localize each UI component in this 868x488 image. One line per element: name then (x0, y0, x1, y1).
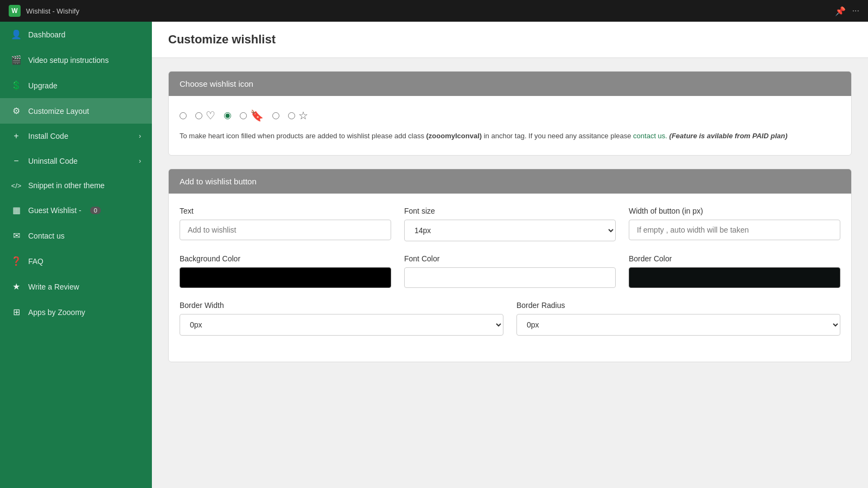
radio-filled[interactable] (224, 112, 231, 119)
radio-bookmark[interactable]: 🔖 (240, 109, 264, 122)
text-input[interactable] (180, 220, 391, 240)
sidebar-item-label: Apps by Zooomy (28, 308, 85, 317)
sidebar-item-dashboard[interactable]: 👤 Dashboard (0, 22, 152, 47)
star-icon: ★ (11, 281, 22, 292)
heart-icon: ♡ (206, 109, 215, 122)
sidebar-item-customize-layout[interactable]: ⚙ Customize Layout (0, 98, 152, 124)
sidebar-item-guest-wishlist[interactable]: ▦ Guest Wishlist - 0 (0, 197, 152, 223)
sidebar-item-label: Snippet in other theme (28, 181, 105, 190)
top-bar-actions: 📌 ··· (835, 6, 859, 16)
sidebar-item-label: Write a Review (28, 282, 79, 291)
sidebar-item-uninstall-code[interactable]: − Uninstall Code › (0, 149, 152, 174)
radio-heart-input[interactable] (195, 112, 202, 119)
top-bar: W Wishlist - Wishify 📌 ··· (0, 0, 868, 22)
radio-heart[interactable]: ♡ (195, 109, 215, 122)
apps-icon: ⊞ (11, 307, 22, 317)
paid-plan-text: (Feature is avilable from PAID plan) (669, 132, 788, 140)
sidebar-item-label: Install Code (28, 132, 68, 140)
radio-bookmark-input[interactable] (240, 112, 247, 119)
form-row-3: Border Width 0px1px2px3px4px Border Radi… (180, 301, 840, 336)
section-button-body: Text Font size 10px11px12px13px 14px15px… (169, 194, 851, 362)
form-group-fontcolor: Font Color FFFFFF (404, 254, 616, 288)
snippet-icon: </> (11, 182, 22, 190)
main-content: Customize wishlist Choose wishlist icon (152, 22, 868, 488)
sidebar-item-label: Customize Layout (28, 107, 89, 115)
radio-empty-circle-input[interactable] (272, 112, 279, 119)
info-code: (zooomyIconval) (426, 132, 482, 140)
bordercolor-label: Border Color (629, 254, 840, 263)
sidebar-item-label: FAQ (28, 257, 43, 266)
text-label: Text (180, 207, 391, 215)
radio-circle[interactable] (180, 112, 187, 119)
borderwidth-select[interactable]: 0px1px2px3px4px (180, 314, 503, 336)
bookmark-icon: 🔖 (250, 109, 264, 122)
install-icon: + (11, 131, 22, 141)
sidebar-item-snippet[interactable]: </> Snippet in other theme (0, 174, 152, 197)
fontsize-label: Font size (404, 207, 616, 215)
sidebar-item-write-review[interactable]: ★ Write a Review (0, 274, 152, 299)
more-icon[interactable]: ··· (852, 6, 859, 16)
sidebar-item-label: Uninstall Code (28, 157, 78, 165)
sidebar-item-video-setup[interactable]: 🎬 Video setup instructions (0, 47, 152, 73)
icon-selector-row: ♡ 🔖 (180, 109, 840, 122)
star-outline-icon: ☆ (298, 109, 308, 122)
form-group-text: Text (180, 207, 391, 241)
sidebar: 👤 Dashboard 🎬 Video setup instructions 💲… (0, 22, 152, 488)
radio-filled-input[interactable] (224, 112, 231, 119)
top-bar-left: W Wishlist - Wishify (9, 5, 79, 17)
contact-link[interactable]: contact us. (633, 132, 667, 140)
width-label: Width of button (in px) (629, 207, 840, 215)
fontcolor-input[interactable]: FFFFFF (404, 267, 616, 288)
sidebar-item-faq[interactable]: ❓ FAQ (0, 248, 152, 274)
video-icon: 🎬 (11, 55, 22, 65)
section-icon-body: ♡ 🔖 (169, 96, 851, 155)
form-group-borderradius: Border Radius 0px2px4px6px8px10px (516, 301, 840, 336)
page-header: Customize wishlist (152, 22, 868, 58)
customize-icon: ⚙ (11, 106, 22, 116)
sidebar-item-label: Guest Wishlist - (28, 206, 81, 215)
bgcolor-input[interactable]: 000000 (180, 267, 391, 288)
uninstall-icon: − (11, 156, 22, 166)
form-row-1: Text Font size 10px11px12px13px 14px15px… (180, 207, 840, 241)
faq-icon: ❓ (11, 256, 22, 266)
section-icon-header: Choose wishlist icon (169, 72, 851, 96)
info-text-2: in anchor tag. If you need any assitance… (482, 132, 633, 140)
content-area: Choose wishlist icon ♡ (152, 58, 868, 388)
sidebar-item-label: Upgrade (28, 81, 58, 90)
borderwidth-label: Border Width (180, 301, 503, 310)
form-group-borderwidth: Border Width 0px1px2px3px4px (180, 301, 503, 336)
chevron-right-icon-2: › (139, 157, 141, 165)
form-group-fontsize: Font size 10px11px12px13px 14px15px16px1… (404, 207, 616, 241)
radio-star[interactable]: ☆ (288, 109, 308, 122)
pin-icon[interactable]: 📌 (835, 6, 846, 16)
fontsize-select[interactable]: 10px11px12px13px 14px15px16px18px20px (404, 220, 616, 241)
form-group-bordercolor: Border Color 0C1010 (629, 254, 840, 288)
app-icon: W (9, 5, 21, 17)
sidebar-item-upgrade[interactable]: 💲 Upgrade (0, 73, 152, 98)
bordercolor-input[interactable]: 0C1010 (629, 267, 840, 288)
sidebar-item-install-code[interactable]: + Install Code › (0, 124, 152, 149)
mail-icon: ✉ (11, 230, 22, 241)
borderradius-select[interactable]: 0px2px4px6px8px10px (516, 314, 840, 336)
guest-count-badge: 0 (90, 207, 101, 214)
sidebar-item-contact[interactable]: ✉ Contact us (0, 223, 152, 248)
width-input[interactable] (629, 220, 840, 240)
section-choose-icon: Choose wishlist icon ♡ (168, 71, 852, 156)
borderradius-label: Border Radius (516, 301, 840, 310)
radio-circle-input[interactable] (180, 112, 187, 119)
dashboard-icon: 👤 (11, 29, 22, 40)
form-row-2: Background Color 000000 Font Color FFFFF… (180, 254, 840, 288)
fontcolor-label: Font Color (404, 254, 616, 263)
bgcolor-label: Background Color (180, 254, 391, 263)
radio-star-input[interactable] (288, 112, 295, 119)
chevron-right-icon: › (139, 132, 141, 140)
form-group-bgcolor: Background Color 000000 (180, 254, 391, 288)
sidebar-item-label: Video setup instructions (28, 56, 108, 65)
form-group-width: Width of button (in px) (629, 207, 840, 241)
sidebar-item-label: Dashboard (28, 30, 66, 39)
sidebar-item-apps-by-zooomy[interactable]: ⊞ Apps by Zooomy (0, 299, 152, 325)
radio-empty-circle[interactable] (272, 112, 279, 119)
section-add-button: Add to wishlist button Text Font size 10… (168, 169, 852, 362)
sidebar-item-label: Contact us (28, 232, 65, 240)
info-text-1: To make heart icon filled when products … (180, 132, 426, 140)
